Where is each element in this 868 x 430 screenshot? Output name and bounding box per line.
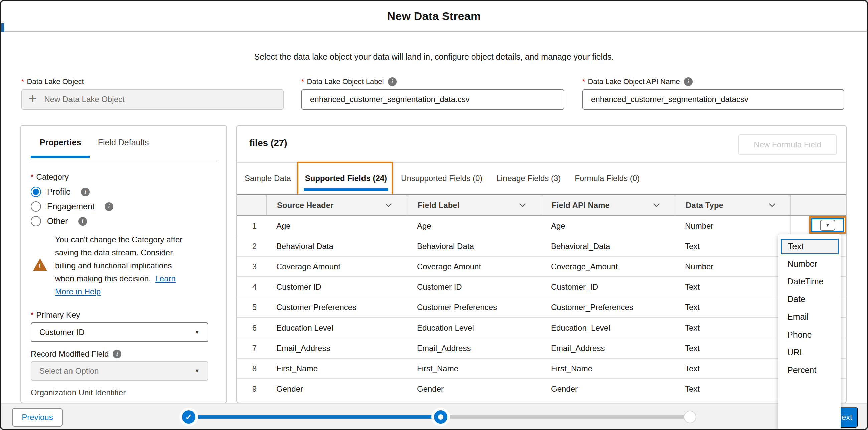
column-header-field-label[interactable]: Field Label (407, 195, 540, 215)
table-row: 4 Customer ID Customer ID Customer_ID Te… (237, 277, 846, 297)
info-icon[interactable]: i (104, 202, 113, 211)
cell-data-type: Text (675, 318, 790, 337)
required-asterisk: * (31, 311, 34, 320)
progress-step-completed: ✓ (179, 408, 198, 426)
cell-field-label: Education Level (407, 318, 540, 337)
record-modified-field-label: Record Modified Field (31, 349, 108, 359)
column-header-field-api-name[interactable]: Field API Name (540, 195, 675, 215)
cell-source-header: Age (266, 216, 407, 236)
cell-data-type: Text (675, 379, 790, 399)
footer-bar: Previous ✓ Next (1, 403, 867, 430)
intro-text: Select the data lake object your data wi… (1, 52, 867, 62)
row-number: 7 (237, 338, 266, 358)
column-header-data-type[interactable]: Data Type (675, 195, 790, 215)
column-header-source-header[interactable]: Source Header (266, 195, 407, 215)
dlo-label-field-label: Data Lake Object Label (307, 77, 384, 86)
chevron-down-icon: ▼ (194, 368, 200, 374)
record-modified-field-select[interactable]: Select an Option ▼ (31, 361, 209, 381)
chevron-down-icon: ▼ (194, 329, 200, 335)
tabs-divider (31, 161, 217, 161)
data-type-menu: TextNumberDateTimeDateEmailPhoneURLPerce… (778, 234, 841, 430)
new-data-lake-object-text: New Data Lake Object (44, 95, 125, 104)
cell-data-type: Text (675, 297, 790, 317)
cell-field-label: Age (407, 216, 540, 236)
menu-item-datetime[interactable]: DateTime (778, 273, 841, 291)
dlo-label-input[interactable]: enhanced_customer_segmentation_data.csv (301, 90, 564, 109)
menu-item-text[interactable]: Text (781, 239, 839, 254)
radio-icon (31, 187, 41, 197)
row-number: 9 (237, 379, 266, 399)
fields-table: Source Header Field Label Field API Name… (237, 195, 846, 399)
tab-unsupported-fields-0[interactable]: Unsupported Fields (0) (401, 163, 483, 194)
progress-step-current (431, 408, 450, 426)
cell-data-type: Number (675, 257, 790, 276)
tab-properties[interactable]: Properties (40, 137, 81, 158)
menu-item-email[interactable]: Email (778, 308, 841, 326)
category-warning: ! You can't change the Category after sa… (33, 233, 192, 298)
tab-field-defaults[interactable]: Field Defaults (98, 137, 149, 158)
menu-item-number[interactable]: Number (778, 255, 841, 273)
cell-field-api-name: Customer_Preferences (540, 297, 675, 317)
table-row: 2 Behavioral Data Behavioral Data Behavi… (237, 236, 846, 257)
chevron-down-icon (769, 203, 776, 207)
row-number: 8 (237, 359, 266, 378)
menu-item-date[interactable]: Date (778, 291, 841, 308)
cell-source-header: Education Level (266, 318, 407, 337)
menu-item-url[interactable]: URL (778, 343, 841, 361)
progress-step-upcoming (684, 410, 696, 423)
new-formula-field-button[interactable]: New Formula Field (738, 134, 837, 155)
tab-sample-data[interactable]: Sample Data (245, 163, 291, 194)
chevron-down-icon (519, 203, 526, 207)
info-icon[interactable]: i (78, 217, 87, 226)
cell-source-header: Customer ID (266, 277, 407, 297)
data-lake-object-label-group: * Data Lake Object Label i enhanced_cust… (301, 77, 564, 109)
table-row: 3 Coverage Amount Coverage Amount Covera… (237, 257, 846, 277)
row-number: 3 (237, 257, 266, 276)
menu-item-phone[interactable]: Phone (778, 326, 841, 343)
required-asterisk: * (582, 77, 585, 86)
cell-data-type: Text (675, 277, 790, 297)
row-number: 4 (237, 277, 266, 297)
table-row: 9 Gender Gender Gender Text (237, 379, 846, 399)
plus-icon: + (29, 92, 37, 106)
previous-button[interactable]: Previous (12, 408, 63, 427)
info-icon[interactable]: i (684, 77, 692, 86)
cell-field-label: Coverage Amount (407, 257, 540, 276)
info-icon[interactable]: i (81, 188, 90, 196)
table-row: 6 Education Level Education Level Educat… (237, 318, 846, 338)
dlo-api-name-input[interactable]: enhanced_customer_segmentation_datacsv (582, 90, 844, 109)
cell-field-api-name: Gender (540, 379, 675, 399)
radio-engagement[interactable]: Engagement i (31, 201, 113, 212)
radio-icon (31, 201, 41, 212)
primary-key-select[interactable]: Customer ID ▼ (31, 323, 209, 342)
properties-panel: PropertiesField Defaults * Category Prof… (20, 125, 227, 403)
info-icon[interactable]: i (113, 350, 121, 358)
cell-field-api-name: Email_Address (540, 338, 675, 358)
dialog-header: New Data Stream (1, 1, 867, 32)
radio-other[interactable]: Other i (31, 216, 113, 227)
cell-source-header: Coverage Amount (266, 257, 407, 276)
cell-field-api-name: Behavioral_Data (540, 236, 675, 256)
radio-icon (31, 216, 41, 226)
tab-lineage-fields-3[interactable]: Lineage Fields (3) (496, 163, 561, 194)
cell-source-header: Email_Address (266, 338, 407, 358)
cell-field-label: Email_Address (407, 338, 540, 358)
dlo-api-name-field-label: Data Lake Object API Name (588, 77, 680, 86)
info-icon[interactable]: i (388, 77, 397, 86)
cell-field-label: Customer Preferences (407, 297, 540, 317)
radio-profile[interactable]: Profile i (31, 186, 113, 197)
tab-supported-fields-24[interactable]: Supported Fields (24) (305, 163, 387, 194)
cell-field-api-name: Coverage_Amount (540, 257, 675, 276)
menu-item-percent[interactable]: Percent (778, 361, 841, 379)
data-type-dropdown-button[interactable]: ▼ (820, 220, 835, 231)
row-number-header (237, 195, 266, 215)
tab-formula-fields-0[interactable]: Formula Fields (0) (575, 163, 640, 194)
fields-tabs: Sample Data Supported Fields (24) Unsupp… (245, 163, 640, 194)
cell-field-label: Gender (407, 379, 540, 399)
row-number: 5 (237, 297, 266, 317)
data-lake-object-label: Data Lake Object (27, 77, 84, 86)
new-data-lake-object-button[interactable]: + New Data Lake Object (21, 90, 284, 109)
cell-data-type: Text (675, 338, 790, 358)
cell-data-type: Number (675, 216, 790, 236)
cell-field-api-name: Customer_ID (540, 277, 675, 297)
